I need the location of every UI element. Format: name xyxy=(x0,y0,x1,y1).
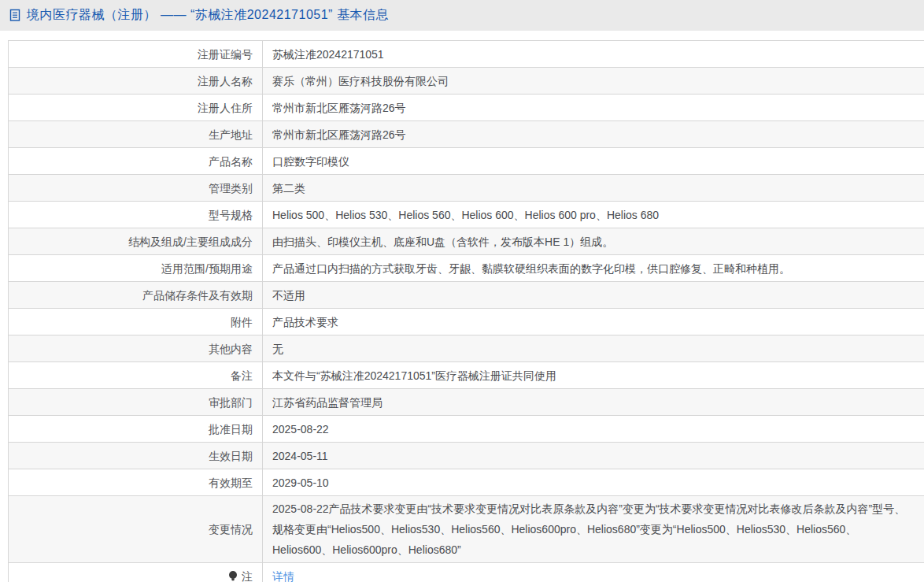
row-label-text: 管理类别 xyxy=(209,178,253,198)
row-label-text: 注 xyxy=(242,566,253,582)
table-row: 有效期至2029-05-10 xyxy=(9,469,924,496)
row-value: 产品技术要求 xyxy=(263,309,924,335)
row-label: 有效期至 xyxy=(9,469,263,495)
row-value: 赛乐（常州）医疗科技股份有限公司 xyxy=(263,68,924,94)
row-label: 适用范围/预期用途 xyxy=(9,255,263,281)
row-label-text: 生效日期 xyxy=(209,446,253,466)
row-label: 注册人名称 xyxy=(9,68,263,94)
document-icon xyxy=(9,9,21,22)
row-label-text: 注册人名称 xyxy=(198,71,253,91)
table-row: 其他内容无 xyxy=(9,335,924,362)
row-value: 本文件与“苏械注准20242171051”医疗器械注册证共同使用 xyxy=(263,362,924,388)
registration-info-table: 注册证编号苏械注准20242171051注册人名称赛乐（常州）医疗科技股份有限公… xyxy=(8,40,924,582)
row-label-text: 注册人住所 xyxy=(198,98,253,118)
row-label: 注 xyxy=(9,563,263,582)
table-row: 产品储存条件及有效期不适用 xyxy=(9,282,924,309)
table-row: 变更情况2025-08-22产品技术要求变更由“技术要求变更情况对比表原条款及内… xyxy=(9,496,924,563)
table-row: 生产地址常州市新北区雁荡河路26号 xyxy=(9,121,924,148)
row-label-text: 产品名称 xyxy=(209,151,253,172)
row-label: 产品储存条件及有效期 xyxy=(9,282,263,308)
row-label-text: 其他内容 xyxy=(209,339,253,359)
row-value: 2024-05-11 xyxy=(263,443,924,469)
page: 境内医疗器械（注册） —— “苏械注准20242171051” 基本信息 注册证… xyxy=(0,0,924,582)
row-label-text: 生产地址 xyxy=(209,124,253,145)
row-label-text: 结构及组成/主要组成成分 xyxy=(128,232,253,252)
row-label: 批准日期 xyxy=(9,416,263,442)
table-row: 生效日期2024-05-11 xyxy=(9,443,924,469)
row-label: 生效日期 xyxy=(9,443,263,469)
table-row: 备注本文件与“苏械注准20242171051”医疗器械注册证共同使用 xyxy=(9,362,924,389)
row-value: 2025-08-22产品技术要求变更由“技术要求变更情况对比表原条款及内容”变更… xyxy=(263,496,924,562)
row-label: 注册证编号 xyxy=(9,41,263,67)
row-value: 无 xyxy=(263,335,924,361)
row-value: 口腔数字印模仪 xyxy=(263,148,924,174)
row-label-text: 备注 xyxy=(231,365,253,386)
row-label: 附件 xyxy=(9,309,263,335)
row-value: 苏械注准20242171051 xyxy=(263,41,924,67)
row-label: 备注 xyxy=(9,362,263,388)
row-value: 2025-08-22 xyxy=(263,416,924,442)
row-value: 2029-05-10 xyxy=(263,469,924,495)
row-value: 江苏省药品监督管理局 xyxy=(263,389,924,415)
detail-link[interactable]: 详情 xyxy=(272,566,294,582)
row-label: 产品名称 xyxy=(9,148,263,174)
page-title: 境内医疗器械（注册） —— “苏械注准20242171051” 基本信息 xyxy=(27,7,389,24)
row-label: 管理类别 xyxy=(9,175,263,201)
row-value: 常州市新北区雁荡河路26号 xyxy=(263,121,924,147)
row-label-text: 有效期至 xyxy=(209,473,253,493)
row-label: 其他内容 xyxy=(9,335,263,361)
table-row: 附件产品技术要求 xyxy=(9,309,924,335)
row-label: 型号规格 xyxy=(9,202,263,228)
row-label: 变更情况 xyxy=(9,496,263,562)
table-row: 产品名称口腔数字印模仪 xyxy=(9,148,924,175)
row-label: 结构及组成/主要组成成分 xyxy=(9,228,263,254)
row-label: 生产地址 xyxy=(9,121,263,147)
table-row: 注详情 xyxy=(9,563,924,582)
table-row: 管理类别第二类 xyxy=(9,175,924,202)
row-label: 审批部门 xyxy=(9,389,263,415)
row-label-text: 产品储存条件及有效期 xyxy=(142,285,253,306)
row-label-text: 变更情况 xyxy=(209,519,253,539)
bulb-icon xyxy=(227,570,238,582)
row-value: 产品通过口内扫描的方式获取牙齿、牙龈、黏膜软硬组织表面的数字化印模，供口腔修复、… xyxy=(263,255,924,281)
table-row: 型号规格Helios 500、Helios 530、Helios 560、Hel… xyxy=(9,202,924,228)
table-row: 注册证编号苏械注准20242171051 xyxy=(9,41,924,68)
row-label-text: 适用范围/预期用途 xyxy=(161,258,253,279)
row-label-text: 注册证编号 xyxy=(198,44,253,65)
table-row: 批准日期2025-08-22 xyxy=(9,416,924,443)
table-row: 注册人名称赛乐（常州）医疗科技股份有限公司 xyxy=(9,68,924,95)
row-value: 第二类 xyxy=(263,175,924,201)
row-label: 注册人住所 xyxy=(9,95,263,120)
row-label-text: 审批部门 xyxy=(209,392,253,413)
page-header: 境内医疗器械（注册） —— “苏械注准20242171051” 基本信息 xyxy=(0,0,924,31)
row-value: Helios 500、Helios 530、Helios 560、Helios … xyxy=(263,202,924,228)
row-label-text: 批准日期 xyxy=(209,419,253,439)
row-label-text: 型号规格 xyxy=(209,205,253,225)
row-label-text: 附件 xyxy=(231,312,253,332)
table-row: 注册人住所常州市新北区雁荡河路26号 xyxy=(9,95,924,121)
row-value: 常州市新北区雁荡河路26号 xyxy=(263,95,924,120)
table-row: 结构及组成/主要组成成分由扫描头、印模仪主机、底座和U盘（含软件，发布版本HE … xyxy=(9,228,924,255)
row-value: 不适用 xyxy=(263,282,924,308)
row-value: 由扫描头、印模仪主机、底座和U盘（含软件，发布版本HE 1）组成。 xyxy=(263,228,924,254)
row-value: 详情 xyxy=(263,563,924,582)
table-row: 审批部门江苏省药品监督管理局 xyxy=(9,389,924,416)
table-row: 适用范围/预期用途产品通过口内扫描的方式获取牙齿、牙龈、黏膜软硬组织表面的数字化… xyxy=(9,255,924,282)
